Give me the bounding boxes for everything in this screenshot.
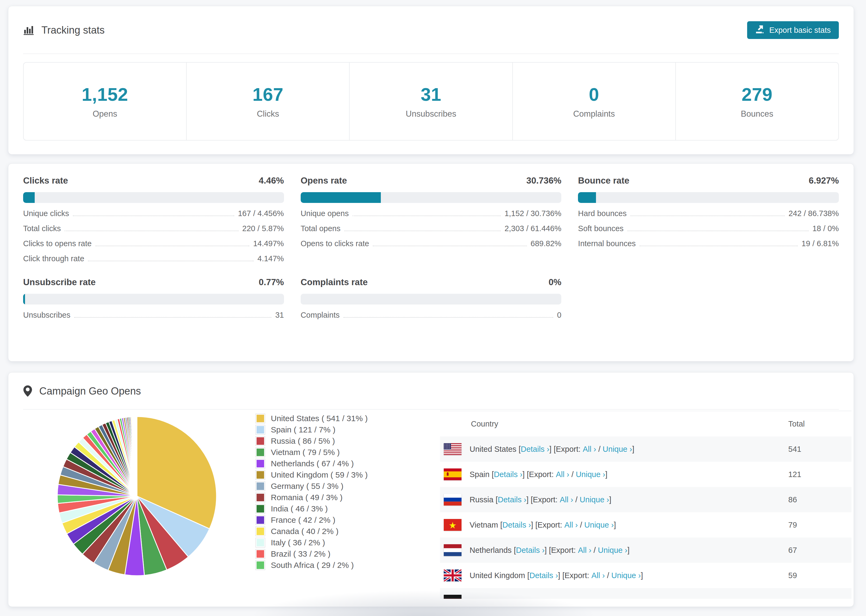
details-link[interactable]: Details › — [498, 495, 526, 504]
export-unique-link[interactable]: Unique › — [584, 520, 614, 530]
progress-bar-track — [301, 294, 562, 305]
summary-stat-bounces: 279Bounces — [676, 63, 838, 140]
geo-opens-table: CountryTotalUnited States [Details ›] [E… — [440, 411, 852, 599]
total-cell: 67 — [788, 546, 852, 555]
legend-label: Vietnam ( 79 / 5% ) — [271, 448, 340, 457]
legend-item-romania[interactable]: Romania ( 49 / 3% ) — [256, 492, 368, 503]
link-separator: / — [573, 495, 579, 504]
stat-value: 0 — [589, 84, 599, 105]
country-name: Vietnam — [469, 520, 500, 530]
rate-title-row: Clicks rate4.46% — [23, 176, 284, 186]
export-all-link[interactable]: All › — [578, 546, 591, 555]
legend-swatch — [256, 504, 265, 513]
rate-metric-row-total-clicks: Total clicks220 / 5.87% — [23, 224, 284, 233]
tracking-stats-card: Tracking stats Export basic stats 1,152O… — [8, 6, 854, 154]
link-separator: / — [605, 571, 611, 580]
export-basic-stats-button[interactable]: Export basic stats — [747, 21, 839, 39]
us-flag-icon — [444, 443, 461, 455]
legend-label: Romania ( 49 / 3% ) — [271, 493, 343, 502]
export-all-link[interactable]: All › — [591, 571, 605, 580]
country-name: Russia — [469, 495, 496, 504]
rate-title: Clicks rate — [23, 176, 68, 186]
stat-label: Clicks — [257, 109, 279, 119]
details-link[interactable]: Details › — [516, 546, 545, 555]
total-column-header: Total — [788, 420, 852, 428]
details-link[interactable]: Details › — [521, 445, 549, 454]
link-bracket: ] — [627, 546, 630, 555]
gb-flag-icon — [444, 569, 461, 581]
total-cell: 59 — [788, 571, 852, 580]
link-bracket: ] — [614, 520, 616, 530]
tracking-card-body: 1,152Opens167Clicks31Unsubscribes0Compla… — [8, 54, 853, 141]
dotted-leader — [627, 231, 809, 231]
legend-item-south-africa[interactable]: South Africa ( 29 / 2% ) — [256, 559, 368, 571]
legend-item-united-kingdom[interactable]: United Kingdom ( 59 / 3% ) — [256, 469, 368, 481]
dotted-leader — [74, 317, 272, 318]
legend-label: Russia ( 86 / 5% ) — [271, 437, 335, 446]
legend-item-france[interactable]: France ( 42 / 2% ) — [256, 514, 368, 526]
export-unique-link[interactable]: Unique › — [579, 495, 609, 504]
geo-card-title: Campaign Geo Opens — [23, 385, 141, 397]
legend-label: Spain ( 121 / 7% ) — [271, 425, 335, 434]
rate-metric-row-unsubscribes: Unsubscribes31 — [23, 311, 284, 319]
table-row-partial — [440, 588, 852, 599]
legend-item-canada[interactable]: Canada ( 40 / 2% ) — [256, 526, 368, 537]
legend-item-italy[interactable]: Italy ( 36 / 2% ) — [256, 537, 368, 548]
link-bracket: ] [Export: — [526, 495, 560, 504]
legend-label: France ( 42 / 2% ) — [271, 515, 335, 525]
export-all-link[interactable]: All › — [583, 445, 596, 454]
rate-metric-label: Opens to clicks rate — [301, 239, 369, 248]
stat-label: Bounces — [741, 109, 773, 119]
ru-flag-icon — [444, 494, 461, 506]
rate-metric-label: Internal bounces — [578, 239, 636, 248]
link-separator: / — [596, 445, 603, 454]
legend-item-spain[interactable]: Spain ( 121 / 7% ) — [256, 424, 368, 435]
geo-card-body: United States ( 541 / 31% )Spain ( 121 /… — [8, 410, 853, 607]
legend-swatch — [256, 425, 265, 434]
legend-label: Brazil ( 33 / 2% ) — [271, 549, 331, 558]
link-bracket: ] — [605, 470, 608, 479]
rate-title-row: Opens rate30.736% — [301, 176, 562, 186]
legend-label: Italy ( 36 / 2% ) — [271, 538, 325, 547]
legend-swatch — [256, 470, 265, 479]
export-unique-link[interactable]: Unique › — [576, 470, 605, 479]
details-link[interactable]: Details › — [502, 520, 531, 530]
legend-item-russia[interactable]: Russia ( 86 / 5% ) — [256, 435, 368, 447]
total-cell: 541 — [788, 445, 852, 454]
table-row-spain: Spain [Details ›] [Export: All › / Uniqu… — [440, 462, 852, 487]
link-bracket: [ — [518, 445, 521, 454]
stat-label: Unsubscribes — [406, 109, 457, 119]
details-link[interactable]: Details › — [529, 571, 558, 580]
stat-value: 1,152 — [82, 84, 128, 105]
dotted-leader — [344, 231, 501, 231]
legend-item-vietnam[interactable]: Vietnam ( 79 / 5% ) — [256, 447, 368, 458]
rate-metric-value: 4.147% — [257, 254, 284, 263]
legend-swatch — [256, 414, 265, 423]
legend-swatch — [256, 437, 265, 446]
export-unique-link[interactable]: Unique › — [611, 571, 641, 580]
export-unique-link[interactable]: Unique › — [603, 445, 632, 454]
link-bracket: ] — [632, 445, 634, 454]
legend-item-brazil[interactable]: Brazil ( 33 / 2% ) — [256, 548, 368, 559]
link-bracket: ] [Export: — [558, 571, 591, 580]
link-separator: / — [578, 520, 584, 530]
export-all-link[interactable]: All › — [560, 495, 573, 504]
rate-title: Bounce rate — [578, 176, 629, 186]
rate-metric-value: 14.497% — [253, 239, 284, 248]
link-bracket: [ — [527, 571, 529, 580]
export-all-link[interactable]: All › — [564, 520, 578, 530]
details-link[interactable]: Details › — [494, 470, 522, 479]
export-all-link[interactable]: All › — [556, 470, 569, 479]
export-unique-link[interactable]: Unique › — [598, 546, 627, 555]
rate-title: Complaints rate — [301, 277, 368, 287]
legend-item-netherlands[interactable]: Netherlands ( 67 / 4% ) — [256, 458, 368, 469]
pie-slice-small-40[interactable] — [137, 416, 137, 496]
rate-metric-value: 1,152 / 30.736% — [505, 209, 561, 218]
legend-item-germany[interactable]: Germany ( 55 / 3% ) — [256, 481, 368, 492]
map-pin-icon — [23, 385, 32, 397]
country-column-header: Country — [440, 420, 788, 428]
link-bracket: ] — [609, 495, 611, 504]
legend-item-india[interactable]: India ( 46 / 3% ) — [256, 503, 368, 514]
legend-item-united-states[interactable]: United States ( 541 / 31% ) — [256, 413, 368, 424]
link-bracket: [ — [514, 546, 516, 555]
